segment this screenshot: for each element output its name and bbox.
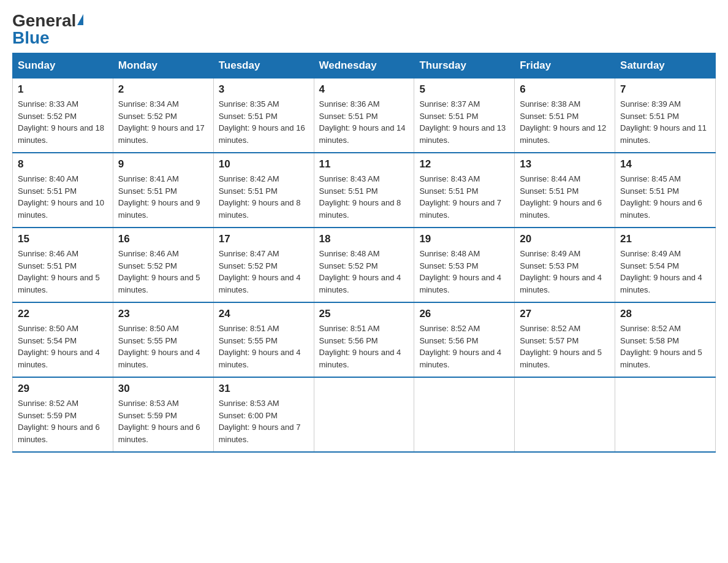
day-info: Sunrise: 8:40 AMSunset: 5:51 PMDaylight:…: [18, 174, 104, 220]
calendar-cell: [615, 377, 716, 452]
calendar-cell: 24 Sunrise: 8:51 AMSunset: 5:55 PMDaylig…: [213, 302, 314, 377]
day-number: 26: [419, 308, 509, 320]
calendar-cell: 31 Sunrise: 8:53 AMSunset: 6:00 PMDaylig…: [213, 377, 314, 452]
day-number: 18: [319, 233, 409, 245]
calendar-cell: [414, 377, 515, 452]
day-number: 9: [118, 158, 208, 170]
day-number: 22: [18, 308, 108, 320]
day-number: 21: [620, 233, 710, 245]
day-number: 14: [620, 158, 710, 170]
day-number: 15: [18, 233, 108, 245]
day-info: Sunrise: 8:49 AMSunset: 5:53 PMDaylight:…: [520, 249, 602, 294]
weekday-header-friday: Friday: [515, 53, 615, 79]
day-info: Sunrise: 8:52 AMSunset: 5:58 PMDaylight:…: [620, 324, 702, 369]
day-info: Sunrise: 8:44 AMSunset: 5:51 PMDaylight:…: [520, 174, 602, 220]
calendar-cell: 28 Sunrise: 8:52 AMSunset: 5:58 PMDaylig…: [615, 302, 716, 377]
day-number: 3: [219, 83, 309, 96]
day-info: Sunrise: 8:43 AMSunset: 5:51 PMDaylight:…: [419, 174, 501, 220]
day-number: 23: [118, 308, 208, 320]
calendar-cell: 15 Sunrise: 8:46 AMSunset: 5:51 PMDaylig…: [13, 228, 113, 302]
day-info: Sunrise: 8:52 AMSunset: 5:56 PMDaylight:…: [419, 324, 501, 369]
calendar-cell: 10 Sunrise: 8:42 AMSunset: 5:51 PMDaylig…: [213, 153, 314, 228]
day-info: Sunrise: 8:49 AMSunset: 5:54 PMDaylight:…: [620, 249, 702, 294]
day-info: Sunrise: 8:50 AMSunset: 5:54 PMDaylight:…: [18, 324, 100, 369]
calendar-cell: [515, 377, 615, 452]
calendar-cell: 20 Sunrise: 8:49 AMSunset: 5:53 PMDaylig…: [515, 228, 615, 302]
weekday-header-wednesday: Wednesday: [314, 53, 414, 79]
day-number: 27: [520, 308, 610, 320]
day-info: Sunrise: 8:46 AMSunset: 5:52 PMDaylight:…: [118, 249, 200, 294]
day-info: Sunrise: 8:41 AMSunset: 5:51 PMDaylight:…: [118, 174, 200, 220]
calendar-cell: 27 Sunrise: 8:52 AMSunset: 5:57 PMDaylig…: [515, 302, 615, 377]
day-info: Sunrise: 8:50 AMSunset: 5:55 PMDaylight:…: [118, 324, 200, 369]
calendar-header: SundayMondayTuesdayWednesdayThursdayFrid…: [13, 53, 716, 79]
day-info: Sunrise: 8:35 AMSunset: 5:51 PMDaylight:…: [219, 99, 305, 145]
calendar-cell: 14 Sunrise: 8:45 AMSunset: 5:51 PMDaylig…: [615, 153, 716, 228]
day-info: Sunrise: 8:33 AMSunset: 5:52 PMDaylight:…: [18, 99, 104, 145]
day-number: 24: [219, 308, 309, 320]
day-info: Sunrise: 8:47 AMSunset: 5:52 PMDaylight:…: [219, 249, 301, 294]
calendar-cell: 13 Sunrise: 8:44 AMSunset: 5:51 PMDaylig…: [515, 153, 615, 228]
day-number: 1: [18, 83, 108, 96]
day-number: 31: [219, 383, 309, 395]
day-info: Sunrise: 8:37 AMSunset: 5:51 PMDaylight:…: [419, 99, 506, 145]
calendar-cell: 29 Sunrise: 8:52 AMSunset: 5:59 PMDaylig…: [13, 377, 113, 452]
day-info: Sunrise: 8:43 AMSunset: 5:51 PMDaylight:…: [319, 174, 401, 220]
calendar-cell: 4 Sunrise: 8:36 AMSunset: 5:51 PMDayligh…: [314, 79, 414, 153]
calendar-cell: 23 Sunrise: 8:50 AMSunset: 5:55 PMDaylig…: [113, 302, 213, 377]
weekday-header-sunday: Sunday: [13, 53, 113, 79]
day-info: Sunrise: 8:53 AMSunset: 5:59 PMDaylight:…: [118, 399, 200, 444]
day-info: Sunrise: 8:48 AMSunset: 5:52 PMDaylight:…: [319, 249, 401, 294]
calendar-week-1: 1 Sunrise: 8:33 AMSunset: 5:52 PMDayligh…: [13, 79, 716, 153]
day-number: 28: [620, 308, 710, 320]
day-number: 11: [319, 158, 409, 170]
day-info: Sunrise: 8:53 AMSunset: 6:00 PMDaylight:…: [219, 399, 301, 444]
weekday-header-row: SundayMondayTuesdayWednesdayThursdayFrid…: [13, 53, 716, 79]
calendar-week-4: 22 Sunrise: 8:50 AMSunset: 5:54 PMDaylig…: [13, 302, 716, 377]
calendar-cell: 22 Sunrise: 8:50 AMSunset: 5:54 PMDaylig…: [13, 302, 113, 377]
day-info: Sunrise: 8:48 AMSunset: 5:53 PMDaylight:…: [419, 249, 501, 294]
calendar-cell: 3 Sunrise: 8:35 AMSunset: 5:51 PMDayligh…: [213, 79, 314, 153]
day-info: Sunrise: 8:42 AMSunset: 5:51 PMDaylight:…: [219, 174, 301, 220]
calendar-cell: 5 Sunrise: 8:37 AMSunset: 5:51 PMDayligh…: [414, 79, 515, 153]
calendar-cell: 18 Sunrise: 8:48 AMSunset: 5:52 PMDaylig…: [314, 228, 414, 302]
calendar-cell: 16 Sunrise: 8:46 AMSunset: 5:52 PMDaylig…: [113, 228, 213, 302]
calendar-cell: 7 Sunrise: 8:39 AMSunset: 5:51 PMDayligh…: [615, 79, 716, 153]
weekday-header-thursday: Thursday: [414, 53, 515, 79]
calendar-cell: 21 Sunrise: 8:49 AMSunset: 5:54 PMDaylig…: [615, 228, 716, 302]
day-number: 4: [319, 83, 409, 96]
calendar-week-5: 29 Sunrise: 8:52 AMSunset: 5:59 PMDaylig…: [13, 377, 716, 452]
day-info: Sunrise: 8:46 AMSunset: 5:51 PMDaylight:…: [18, 249, 100, 294]
weekday-header-saturday: Saturday: [615, 53, 716, 79]
day-info: Sunrise: 8:38 AMSunset: 5:51 PMDaylight:…: [520, 99, 606, 145]
day-number: 8: [18, 158, 108, 170]
day-number: 16: [118, 233, 208, 245]
day-info: Sunrise: 8:45 AMSunset: 5:51 PMDaylight:…: [620, 174, 702, 220]
day-number: 30: [118, 383, 208, 395]
day-number: 13: [520, 158, 610, 170]
logo-triangle-icon: [77, 14, 83, 25]
calendar-cell: 11 Sunrise: 8:43 AMSunset: 5:51 PMDaylig…: [314, 153, 414, 228]
calendar-cell: 25 Sunrise: 8:51 AMSunset: 5:56 PMDaylig…: [314, 302, 414, 377]
logo-general-text: General: [12, 12, 76, 29]
day-number: 2: [118, 83, 208, 96]
calendar-cell: [314, 377, 414, 452]
day-number: 5: [419, 83, 509, 96]
day-number: 25: [319, 308, 409, 320]
day-number: 17: [219, 233, 309, 245]
day-info: Sunrise: 8:34 AMSunset: 5:52 PMDaylight:…: [118, 99, 205, 145]
calendar-cell: 26 Sunrise: 8:52 AMSunset: 5:56 PMDaylig…: [414, 302, 515, 377]
page-header: General Blue: [12, 12, 716, 47]
day-number: 19: [419, 233, 509, 245]
day-info: Sunrise: 8:36 AMSunset: 5:51 PMDaylight:…: [319, 99, 406, 145]
calendar-cell: 8 Sunrise: 8:40 AMSunset: 5:51 PMDayligh…: [13, 153, 113, 228]
logo-blue-text: Blue: [12, 29, 50, 47]
day-number: 10: [219, 158, 309, 170]
day-info: Sunrise: 8:51 AMSunset: 5:55 PMDaylight:…: [219, 324, 301, 369]
day-number: 6: [520, 83, 610, 96]
calendar-body: 1 Sunrise: 8:33 AMSunset: 5:52 PMDayligh…: [13, 79, 716, 453]
calendar-table: SundayMondayTuesdayWednesdayThursdayFrid…: [12, 53, 716, 453]
calendar-week-3: 15 Sunrise: 8:46 AMSunset: 5:51 PMDaylig…: [13, 228, 716, 302]
logo: General Blue: [12, 12, 83, 47]
day-number: 12: [419, 158, 509, 170]
